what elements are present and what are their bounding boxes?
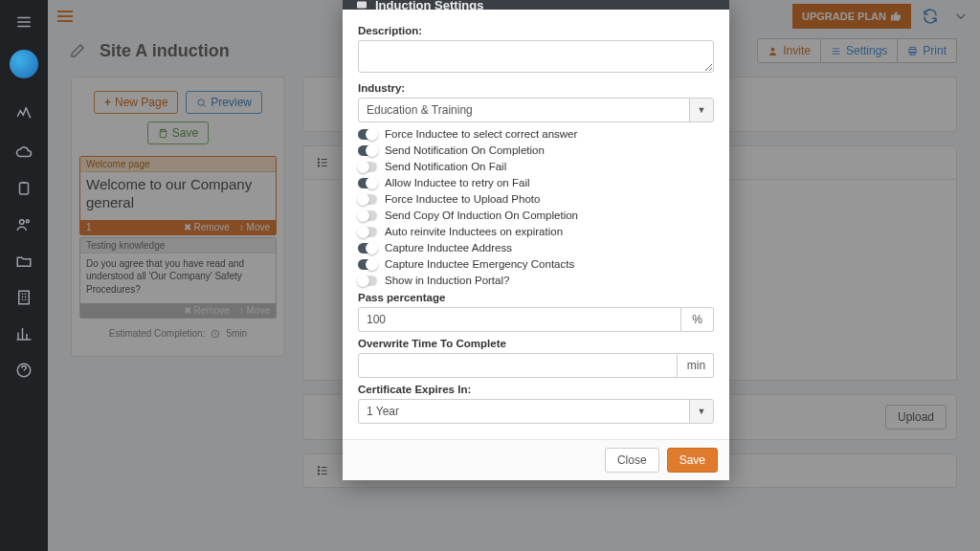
toggle-row: Send Notification On Completion [358, 144, 714, 156]
industry-select[interactable]: Education & Training [358, 98, 714, 122]
toggle-switch[interactable] [358, 243, 377, 253]
description-input[interactable] [358, 40, 714, 73]
toggle-row: Capture Inductee Emergency Contacts [358, 258, 714, 270]
toggle-row: Send Copy Of Induction On Completion [358, 209, 714, 221]
toggle-label: Capture Inductee Address [385, 242, 512, 253]
min-suffix: min [678, 353, 714, 378]
certificate-expires-select[interactable]: 1 Year [358, 399, 714, 424]
rail-users-icon[interactable] [15, 216, 33, 233]
toggle-label: Force Inductee to Upload Photo [385, 193, 540, 205]
toggle-row: Show in Induction Portal? [358, 275, 714, 286]
percent-suffix: % [681, 307, 714, 332]
rail-clipboard-icon[interactable] [15, 180, 33, 197]
rail-folder-icon[interactable] [15, 253, 33, 270]
modal-footer: Close Save [343, 439, 729, 480]
svg-rect-3 [19, 291, 30, 304]
toggle-row: Force Inductee to Upload Photo [358, 193, 714, 205]
rail-dashboard-icon[interactable] [15, 107, 33, 124]
toggle-row: Send Notification On Fail [358, 161, 714, 172]
toggle-switch[interactable] [358, 276, 377, 286]
rail-menu-icon[interactable] [15, 13, 33, 31]
toggle-switch[interactable] [358, 145, 377, 156]
svg-point-1 [20, 220, 25, 225]
toggle-label: Allow Inductee to retry on Fail [385, 177, 530, 188]
toggle-switch[interactable] [358, 194, 377, 205]
toggle-switch[interactable] [358, 178, 377, 188]
rail-help-icon[interactable] [15, 362, 33, 379]
industry-label: Industry: [358, 82, 714, 94]
toggle-row: Capture Inductee Address [358, 242, 714, 253]
certificate-expires-label: Certificate Expires In: [358, 384, 714, 395]
toggle-label: Send Notification On Completion [385, 144, 545, 156]
modal-close-button[interactable]: Close [605, 448, 659, 473]
nav-rail [0, 0, 48, 551]
toggle-switch[interactable] [358, 210, 377, 221]
pass-percentage-label: Pass percentage [358, 292, 714, 303]
svg-rect-26 [357, 2, 367, 9]
overwrite-time-label: Overwrite Time To Complete [358, 338, 714, 349]
toggle-row: Allow Inductee to retry on Fail [358, 177, 714, 188]
svg-rect-0 [20, 183, 29, 194]
overwrite-time-input[interactable] [358, 353, 678, 378]
toggle-switch[interactable] [358, 227, 377, 237]
toggle-switch[interactable] [358, 162, 377, 172]
toggle-label: Auto reinvite Inductees on expiration [385, 226, 563, 237]
rail-building-icon[interactable] [15, 289, 33, 306]
id-card-icon [356, 0, 368, 10]
toggle-label: Show in Induction Portal? [385, 275, 509, 286]
induction-settings-modal: Induction Settings Description: Industry… [343, 0, 729, 480]
toggle-label: Capture Inductee Emergency Contacts [385, 258, 574, 270]
toggle-switch[interactable] [358, 129, 377, 140]
toggle-label: Send Copy Of Induction On Completion [385, 209, 578, 221]
description-label: Description: [358, 25, 714, 36]
modal-header: Induction Settings [343, 0, 729, 10]
svg-point-2 [26, 220, 29, 223]
toggle-row: Auto reinvite Inductees on expiration [358, 226, 714, 237]
toggle-switch[interactable] [358, 259, 377, 270]
modal-title: Induction Settings [375, 0, 483, 10]
rail-cloud-icon[interactable] [15, 143, 33, 161]
app-logo [10, 50, 38, 78]
main-area: UPGRADE PLAN Site A induction Invite [48, 0, 980, 551]
toggle-label: Force Inductee to select correct answer [385, 128, 577, 140]
modal-save-button[interactable]: Save [667, 448, 718, 473]
pass-percentage-input[interactable] [358, 307, 681, 332]
toggle-row: Force Inductee to select correct answer [358, 128, 714, 140]
rail-chart-icon[interactable] [15, 325, 33, 342]
toggle-label: Send Notification On Fail [385, 161, 506, 172]
settings-toggles: Force Inductee to select correct answerS… [358, 128, 714, 286]
